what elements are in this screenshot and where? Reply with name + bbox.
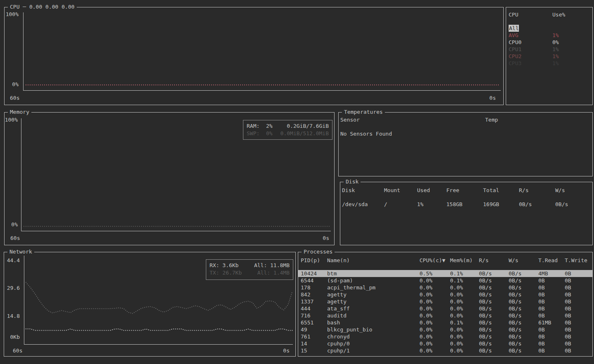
process-table-header: PID(p)Name(n)CPU%(c)▼Mem%(m)R/sW/sT.Read… <box>298 257 592 264</box>
proc-cell-tread: 0B <box>538 291 565 298</box>
proc-cell-rps: 0B/s <box>479 284 509 291</box>
proc-header-rps[interactable]: R/s <box>479 257 509 264</box>
proc-header-mem[interactable]: Mem%(m) <box>450 257 479 264</box>
cpu-legend-row-all[interactable]: All <box>506 25 592 32</box>
process-row[interactable]: 49blkcg_punt_bio0.0%0.0%0B/s0B/s0B0B <box>298 326 592 333</box>
proc-cell-pid: 10424 <box>301 270 327 277</box>
network-widget[interactable]: Network 44.429.614.80Kb 60s 0s RX: 3.6Kb… <box>4 252 296 357</box>
proc-cell-mem: 0.0% <box>450 312 479 319</box>
proc-cell-cpu: 0.0% <box>420 277 450 284</box>
proc-cell-name: bash <box>327 319 420 326</box>
proc-cell-rps: 0B/s <box>479 312 509 319</box>
proc-cell-name: agetty <box>327 291 420 298</box>
proc-cell-tread: 0B <box>538 340 565 347</box>
proc-cell-mem: 0.1% <box>450 319 479 326</box>
proc-cell-pid: 842 <box>301 291 327 298</box>
proc-cell-cpu: 0.0% <box>420 340 450 347</box>
process-row[interactable]: 716auditd0.0%0.0%0B/s0B/s0B0B <box>298 312 592 319</box>
network-panel-title: Network <box>7 249 34 255</box>
disk-header-mount[interactable]: Mount <box>384 187 417 194</box>
proc-cell-rps: 0B/s <box>479 326 509 333</box>
process-row[interactable]: 10424btm0.5%0.1%0B/s0B/s4MB0B <box>298 270 592 277</box>
cpu-legend-row-cpu0[interactable]: CPU00% <box>506 39 592 46</box>
proc-cell-rps: 0B/s <box>479 340 509 347</box>
disk-header-total[interactable]: Total <box>483 187 519 194</box>
disk-header-rs[interactable]: R/s <box>519 187 555 194</box>
proc-cell-rps: 0B/s <box>479 305 509 312</box>
proc-cell-pid: 6544 <box>301 277 327 284</box>
proc-cell-twrite: 0B <box>565 340 592 347</box>
process-row[interactable]: 15cpuhp/10.0%0.0%0B/s0B/s0B0B <box>298 347 592 354</box>
proc-cell-wps: 0B/s <box>509 333 538 340</box>
proc-header-tread[interactable]: T.Read <box>538 257 565 264</box>
proc-cell-wps: 0B/s <box>509 347 538 354</box>
network-legend-box: RX: 3.6Kb All: 11.8MB TX: 26.7Kb All: 1.… <box>206 259 293 280</box>
cpu-y-min-label: 0% <box>5 81 19 87</box>
proc-cell-pid: 716 <box>301 312 327 319</box>
proc-cell-mem: 0.0% <box>450 305 479 312</box>
process-row[interactable]: 6551bash0.0%0.1%0B/s0B/s61MB0B <box>298 319 592 326</box>
process-row[interactable]: 761chronyd0.0%0.0%0B/s0B/s0B0B <box>298 333 592 340</box>
disk-header-ws[interactable]: W/s <box>555 187 592 194</box>
cpu-legend-widget[interactable]: CPU Use% AllAVG1%CPU00%CPU11%CPU21%CPU31… <box>506 7 593 105</box>
proc-cell-cpu: 0.0% <box>420 312 450 319</box>
cpu-widget[interactable]: CPU ─ 0.00 0.00 0.00 100% 0% 60s 0s <box>4 7 504 105</box>
cpu-entry-usage: 1% <box>552 32 592 39</box>
cpu-x-right-label: 0s <box>489 95 496 101</box>
cpu-legend-row-cpu2[interactable]: CPU21% <box>506 53 592 60</box>
proc-cell-mem: 0.0% <box>450 326 479 333</box>
proc-header-twrite[interactable]: T.Write <box>565 257 592 264</box>
cpu-entry-usage: 1% <box>552 53 592 60</box>
disk-table-header: DiskMountUsedFreeTotalR/sW/s <box>340 187 592 194</box>
processes-widget[interactable]: Processes PID(p)Name(n)CPU%(c)▼Mem%(m)R/… <box>298 252 593 357</box>
proc-header-name[interactable]: Name(n) <box>327 257 420 264</box>
proc-header-wps[interactable]: W/s <box>509 257 538 264</box>
disk-mount: / <box>384 201 417 208</box>
network-y-label-14.8: 14.8 <box>4 313 20 319</box>
proc-cell-mem: 0.0% <box>450 333 479 340</box>
cpu-legend-row-avg[interactable]: AVG1% <box>506 32 592 39</box>
process-row[interactable]: 6544(sd-pam)0.0%0.1%0B/s0B/s0B0B <box>298 277 592 284</box>
disk-header-used[interactable]: Used <box>417 187 446 194</box>
cpu-x-left-label: 60s <box>10 95 19 101</box>
sort-desc-icon: ▼ <box>442 257 446 263</box>
proc-cell-twrite: 0B <box>565 270 592 277</box>
proc-cell-tread: 0B <box>538 312 565 319</box>
proc-cell-wps: 0B/s <box>509 340 538 347</box>
proc-cell-pid: 49 <box>301 326 327 333</box>
proc-cell-rps: 0B/s <box>479 291 509 298</box>
process-row[interactable]: 1337agetty0.0%0.0%0B/s0B/s0B0B <box>298 298 592 305</box>
memory-legend-swp-row: SWP: 0% 0.0MiB/512.0MiB <box>247 130 329 137</box>
cpu-legend-row-cpu3[interactable]: CPU31% <box>506 60 592 67</box>
proc-cell-name: ata_sff <box>327 305 420 312</box>
disk-used: 1% <box>417 201 446 208</box>
cpu-legend-col-cpu: CPU <box>509 11 552 18</box>
disk-header-free[interactable]: Free <box>446 187 483 194</box>
proc-cell-name: chronyd <box>327 333 420 340</box>
proc-cell-name: btm <box>327 270 420 277</box>
disk-header-disk[interactable]: Disk <box>342 187 384 194</box>
process-row[interactable]: 14cpuhp/00.0%0.0%0B/s0B/s0B0B <box>298 340 592 347</box>
proc-header-cpu[interactable]: CPU%(c)▼ <box>420 257 450 264</box>
network-legend-tx-row: TX: 26.7Kb All: 1.4MB <box>210 269 290 277</box>
disk-widget[interactable]: Disk DiskMountUsedFreeTotalR/sW/s /dev/s… <box>340 182 593 245</box>
cpu-legend-col-use: Use% <box>552 11 592 18</box>
memory-widget[interactable]: Memory 100% 0% 60s 0s RAM: 2% 0.2GiB/7.6… <box>4 112 335 245</box>
proc-header-pid[interactable]: PID(p) <box>301 257 327 264</box>
process-row[interactable]: 842agetty0.0%0.0%0B/s0B/s0B0B <box>298 291 592 298</box>
proc-cell-pid: 15 <box>301 347 327 354</box>
proc-cell-wps: 0B/s <box>509 305 538 312</box>
proc-cell-cpu: 0.0% <box>420 319 450 326</box>
proc-cell-cpu: 0.0% <box>420 326 450 333</box>
swap-usage-label: SWP: 0% <box>247 130 273 137</box>
network-rx-line <box>26 329 292 331</box>
process-row[interactable]: 178acpi_thermal_pm0.0%0.0%0B/s0B/s0B0B <box>298 284 592 291</box>
cpu-legend-row-cpu1[interactable]: CPU11% <box>506 46 592 53</box>
proc-cell-name: auditd <box>327 312 420 319</box>
proc-cell-pid: 761 <box>301 333 327 340</box>
temperatures-widget[interactable]: Temperatures Sensor Temp No Sensors Foun… <box>338 112 593 176</box>
cpu-entry-usage: 0% <box>552 39 592 46</box>
proc-cell-twrite: 0B <box>565 284 592 291</box>
cpu-avg-usage-line <box>26 85 500 85</box>
process-row[interactable]: 444ata_sff0.0%0.0%0B/s0B/s0B0B <box>298 305 592 312</box>
